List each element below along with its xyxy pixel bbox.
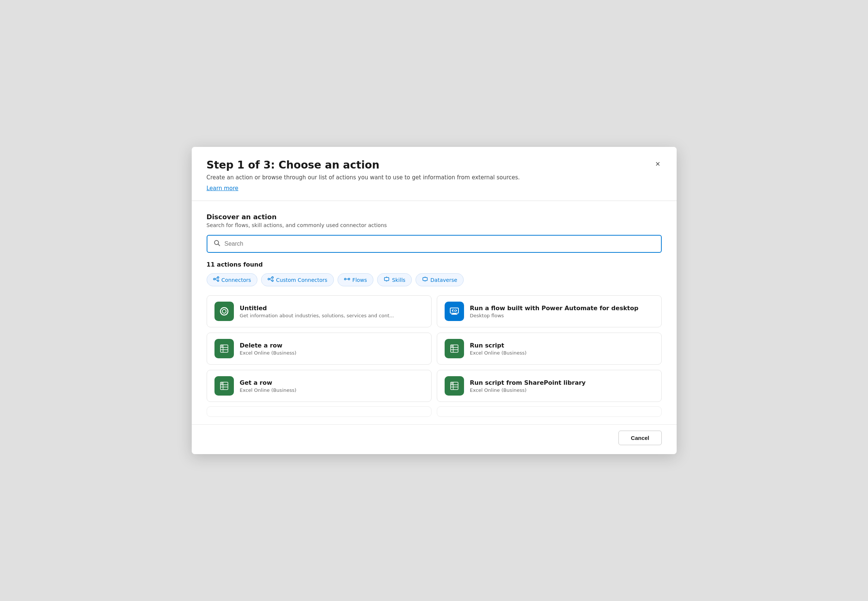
search-icon (213, 239, 221, 248)
custom-connectors-icon (267, 276, 274, 284)
svg-text:X: X (221, 382, 223, 385)
results-count: 11 actions found (207, 261, 662, 268)
get-row-text: Get a row Excel Online (Business) (240, 379, 296, 393)
filter-dataverse[interactable]: Dataverse (416, 273, 464, 286)
untitled-subtitle: Get information about industries, soluti… (240, 313, 394, 319)
desktop-flow-icon (445, 302, 464, 321)
svg-point-22 (222, 310, 226, 313)
connectors-label: Connectors (222, 277, 251, 283)
svg-line-11 (270, 279, 272, 281)
delete-row-text: Delete a row Excel Online (Business) (240, 342, 296, 356)
svg-line-5 (215, 278, 217, 279)
cancel-button[interactable]: Cancel (619, 431, 661, 445)
run-script-text: Run script Excel Online (Business) (470, 342, 527, 356)
connectors-icon (213, 276, 219, 284)
svg-line-6 (215, 279, 217, 281)
svg-rect-15 (384, 278, 389, 281)
svg-point-4 (217, 280, 219, 282)
skills-icon (384, 276, 390, 284)
dataverse-icon (422, 276, 428, 284)
run-script-sharepoint-text: Run script from SharePoint library Excel… (470, 379, 586, 393)
svg-point-13 (348, 278, 350, 280)
filter-flows[interactable]: Flows (338, 273, 373, 286)
action-get-row[interactable]: X Get a row Excel Online (Business) (207, 370, 432, 402)
svg-point-12 (344, 278, 346, 280)
desktop-flow-text: Run a flow built with Power Automate for… (470, 305, 639, 319)
svg-point-2 (213, 278, 215, 280)
action-run-script[interactable]: X Run script Excel Online (Business) (437, 333, 662, 365)
learn-more-link[interactable]: Learn more (207, 185, 239, 192)
run-script-subtitle: Excel Online (Business) (470, 350, 527, 356)
dataverse-label: Dataverse (431, 277, 457, 283)
svg-text:X: X (221, 345, 223, 348)
dialog-header: Step 1 of 3: Choose an action Create an … (192, 147, 677, 201)
desktop-flow-subtitle: Desktop flows (470, 313, 639, 319)
svg-point-9 (272, 280, 273, 282)
svg-point-3 (217, 277, 219, 278)
svg-line-1 (218, 244, 220, 246)
dialog-body: Discover an action Search for flows, ski… (192, 201, 677, 423)
delete-row-icon: X (214, 339, 234, 358)
filter-tags: Connectors Custom Connectors (207, 273, 662, 286)
partial-card-left (207, 406, 432, 417)
action-run-script-sharepoint[interactable]: X Run script from SharePoint library Exc… (437, 370, 662, 402)
svg-line-10 (270, 278, 272, 279)
delete-row-title: Delete a row (240, 342, 296, 349)
dialog: Step 1 of 3: Choose an action Create an … (192, 147, 677, 454)
discover-title: Discover an action (207, 213, 662, 221)
get-row-title: Get a row (240, 379, 296, 386)
untitled-title: Untitled (240, 305, 394, 312)
dialog-footer: Cancel (192, 424, 677, 454)
actions-grid: Untitled Get information about industrie… (207, 295, 662, 402)
svg-point-7 (268, 278, 269, 280)
svg-line-26 (454, 310, 455, 312)
action-delete-row[interactable]: X Delete a row Excel Online (Business) (207, 333, 432, 365)
run-script-sharepoint-icon: X (445, 376, 464, 395)
skills-label: Skills (392, 277, 405, 283)
filter-connectors[interactable]: Connectors (207, 273, 258, 286)
svg-text:X: X (451, 382, 453, 385)
close-button[interactable]: × (651, 157, 665, 171)
action-desktop-flow[interactable]: Run a flow built with Power Automate for… (437, 295, 662, 327)
partial-row (207, 406, 662, 417)
svg-text:X: X (451, 345, 453, 348)
flows-icon (344, 276, 350, 284)
search-box (207, 235, 662, 253)
filter-custom-connectors[interactable]: Custom Connectors (261, 273, 334, 286)
run-script-sharepoint-subtitle: Excel Online (Business) (470, 387, 586, 393)
run-script-icon: X (445, 339, 464, 358)
dialog-title: Step 1 of 3: Choose an action (207, 159, 662, 171)
run-script-sharepoint-title: Run script from SharePoint library (470, 379, 586, 386)
get-row-icon: X (214, 376, 234, 395)
desktop-flow-title: Run a flow built with Power Automate for… (470, 305, 639, 312)
get-row-subtitle: Excel Online (Business) (240, 387, 296, 393)
action-untitled[interactable]: Untitled Get information about industrie… (207, 295, 432, 327)
discover-subtitle: Search for flows, skill actions, and com… (207, 222, 662, 228)
svg-point-21 (220, 308, 228, 315)
flows-label: Flows (353, 277, 367, 283)
search-input[interactable] (225, 241, 655, 247)
untitled-icon (214, 302, 234, 321)
filter-skills[interactable]: Skills (377, 273, 412, 286)
delete-row-subtitle: Excel Online (Business) (240, 350, 296, 356)
custom-connectors-label: Custom Connectors (276, 277, 327, 283)
untitled-text: Untitled Get information about industrie… (240, 305, 394, 319)
partial-card-right (437, 406, 662, 417)
run-script-title: Run script (470, 342, 527, 349)
dialog-subtitle: Create an action or browse through our l… (207, 174, 662, 181)
svg-point-8 (272, 277, 273, 278)
svg-rect-18 (423, 278, 427, 281)
